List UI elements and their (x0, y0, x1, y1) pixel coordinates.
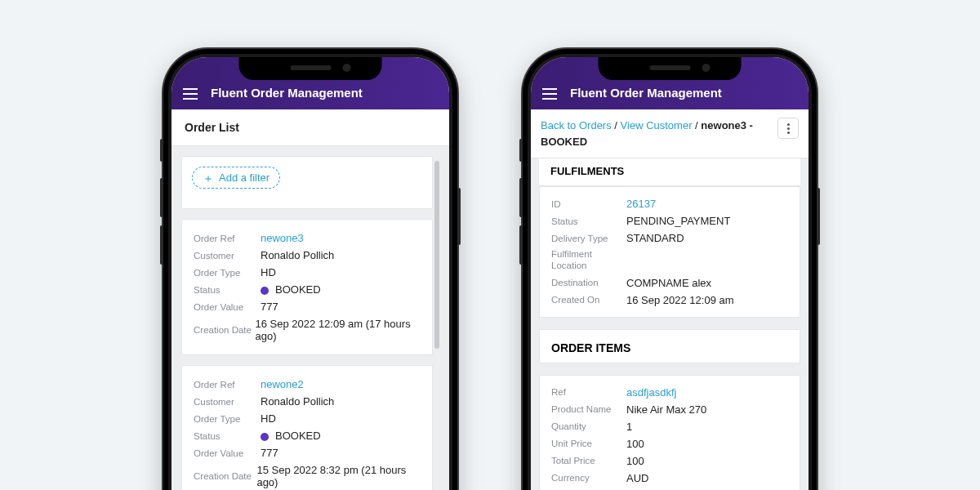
field-label: ID (551, 199, 626, 209)
order-value: 777 (261, 301, 278, 313)
add-filter-button[interactable]: ＋ Add a filter (192, 167, 280, 189)
status-value: BOOKED (261, 283, 321, 296)
field-label: Order Value (194, 448, 261, 458)
creation-date-value: 15 Sep 2022 8:32 pm (21 hours ago) (256, 464, 421, 488)
field-label: Created On (551, 295, 626, 305)
field-label: Currency (551, 473, 626, 483)
field-label: Order Ref (194, 380, 261, 390)
creation-date-value: 16 Sep 2022 12:09 am (17 hours ago) (256, 318, 421, 342)
plus-icon: ＋ (203, 172, 214, 184)
field-label: Status (194, 431, 261, 441)
field-label: Customer (194, 251, 261, 261)
breadcrumb-view-customer-link[interactable]: View Customer (621, 119, 693, 131)
order-card[interactable]: Order Refnewone3 CustomerRonaldo Pollich… (181, 219, 433, 355)
stage: Fluent Order Management Order List ＋ Add… (0, 0, 980, 490)
field-label: Fulfilment Location (551, 249, 626, 272)
filter-block: ＋ Add a filter (181, 156, 433, 209)
scrollbar[interactable] (434, 161, 439, 349)
field-label: Creation Date (194, 471, 256, 481)
customer-value: Ronaldo Pollich (261, 249, 334, 261)
dots-icon (787, 131, 790, 134)
field-label: Total Price (551, 456, 626, 466)
phone-notch (599, 57, 742, 80)
order-type-value: HD (261, 412, 276, 425)
order-value: 777 (261, 447, 278, 459)
phone-notch (239, 57, 382, 80)
field-label: Status (194, 285, 261, 295)
field-label: Quantity (551, 421, 626, 431)
phone-side-button (457, 188, 461, 245)
phone-frame-left: Fluent Order Management Order List ＋ Add… (163, 49, 457, 490)
screen-right: Fluent Order Management Back to Orders /… (531, 57, 808, 490)
content-area: ＋ Add a filter Order Refnewone3 Customer… (172, 146, 449, 490)
breadcrumb: Back to Orders / View Customer / newone3… (531, 109, 808, 158)
fulfilment-status: PENDING_PAYMENT (626, 215, 730, 227)
field-label: Ref (551, 387, 626, 397)
phone-side-button (817, 188, 820, 245)
page-title: Order List (172, 109, 449, 146)
item-ref-link[interactable]: asdfjasdkfj (626, 386, 676, 399)
status-dot-icon (261, 433, 269, 441)
phone-frame-right: Fluent Order Management Back to Orders /… (523, 49, 817, 490)
unit-price: 100 (626, 438, 644, 450)
screen-left: Fluent Order Management Order List ＋ Add… (172, 57, 449, 490)
field-label: Order Type (194, 268, 261, 278)
fulfilment-id-link[interactable]: 26137 (626, 198, 656, 210)
total-price: 100 (626, 455, 644, 467)
field-label: Order Value (194, 302, 261, 312)
breadcrumb-back-link[interactable]: Back to Orders (541, 119, 612, 131)
product-name: Nike Air Max 270 (626, 403, 706, 416)
field-label: Destination (551, 278, 626, 287)
destination: COMPNAME alex (626, 277, 711, 289)
field-label: Status (551, 216, 626, 226)
currency: AUD (626, 472, 648, 484)
menu-icon[interactable] (542, 88, 557, 100)
order-item-card: Refasdfjasdkfj Product NameNike Air Max … (539, 375, 800, 490)
field-label: Order Type (194, 414, 261, 424)
delivery-type: STANDARD (626, 232, 684, 244)
order-items-heading: ORDER ITEMS (539, 329, 800, 363)
field-label: Delivery Type (551, 234, 626, 243)
field-label: Customer (194, 397, 261, 407)
phone-side-button (519, 139, 523, 162)
breadcrumb-sep: / (695, 119, 698, 131)
app-title: Fluent Order Management (570, 86, 722, 100)
field-label: Creation Date (194, 325, 256, 335)
field-label: Order Ref (194, 234, 261, 243)
dots-icon (787, 127, 790, 130)
menu-icon[interactable] (183, 88, 198, 100)
order-type-value: HD (261, 266, 276, 278)
status-value: BOOKED (261, 430, 321, 442)
phone-side-button (519, 225, 523, 265)
order-card[interactable]: Order Refnewone2 CustomerRonaldo Pollich… (181, 365, 433, 490)
fulfilment-card: ID26137 StatusPENDING_PAYMENT Delivery T… (539, 186, 800, 318)
created-on: 16 Sep 2022 12:09 am (626, 294, 734, 306)
dots-icon (787, 123, 790, 126)
phone-side-button (160, 178, 163, 217)
order-ref-link[interactable]: newone2 (261, 378, 304, 390)
content-area: FULFILMENTS ID26137 StatusPENDING_PAYMEN… (531, 158, 808, 490)
phone-side-button (160, 139, 163, 162)
add-filter-label: Add a filter (219, 172, 270, 184)
breadcrumb-sep: / (614, 119, 617, 131)
customer-value: Ronaldo Pollich (261, 395, 334, 408)
phone-side-button (160, 225, 163, 265)
phone-side-button (519, 178, 523, 217)
app-title: Fluent Order Management (211, 86, 363, 100)
field-label: Unit Price (551, 439, 626, 448)
quantity: 1 (626, 421, 632, 433)
field-label: Product Name (551, 404, 626, 414)
more-actions-button[interactable] (777, 118, 799, 139)
order-ref-link[interactable]: newone3 (261, 232, 304, 244)
status-dot-icon (261, 287, 269, 295)
fulfilments-heading: FULFILMENTS (539, 158, 800, 186)
